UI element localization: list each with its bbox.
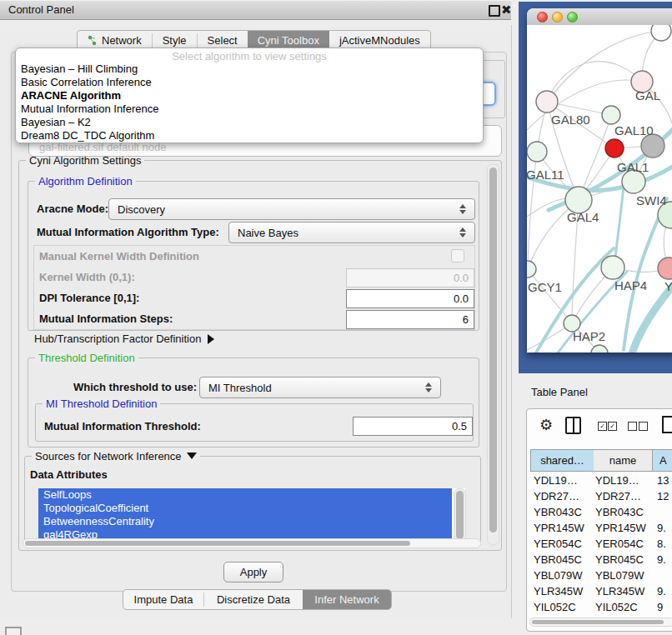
table-cell[interactable]: YLR345W [534,583,583,599]
manual-kernel-checkbox[interactable] [451,249,464,262]
attribute-item-selected[interactable]: TopologicalCoefficient [38,502,452,515]
table-cell[interactable]: YBL079W [595,568,644,583]
table-row[interactable]: YER054CYER054C8. [530,536,672,552]
table-cell[interactable]: YDR27… [534,488,579,504]
network-node[interactable] [658,258,672,279]
network-node[interactable] [641,134,664,158]
table-cell[interactable]: 13 [657,472,669,488]
column-header-name[interactable]: name [594,449,653,472]
table-row[interactable]: YIL052CYIL052C9 [530,599,672,615]
deselect-all-icon[interactable] [628,422,637,431]
stepper-icon [459,228,466,238]
split-columns-icon[interactable] [565,417,581,434]
mi-threshold-field[interactable]: 0.5 [353,417,473,436]
select-all-icon[interactable]: ✓ [598,422,607,431]
network-edge[interactable] [547,62,642,102]
table-cell[interactable]: YDR27… [595,488,641,504]
tab-impute-data[interactable]: Impute Data [123,590,203,609]
network-node[interactable] [602,106,620,124]
algorithm-option[interactable]: Mutual Information Inference [19,102,479,116]
attributes-scrollbar-thumb[interactable] [456,491,464,539]
apply-button[interactable]: Apply [223,562,283,582]
attributes-vertical-scrollbar[interactable] [454,488,466,543]
minimize-window-icon[interactable] [552,12,563,22]
network-node[interactable] [651,25,671,41]
tab-discretize-data[interactable]: Discretize Data [204,590,303,609]
table-horizontal-scrollbar[interactable] [529,618,672,627]
dpi-tolerance-field[interactable]: 0.0 [346,289,474,308]
minimized-panel-fragment[interactable] [5,627,22,635]
table-cell[interactable]: YIL052C [595,599,638,615]
attribute-item-selected[interactable]: BetweennessCentrality [38,515,452,528]
algorithm-option[interactable]: ARACNE Algorithm [19,89,479,102]
algorithm-option[interactable]: Bayesian – K2 [19,116,479,129]
table-row[interactable]: YBR043CYBR043C [530,504,672,520]
settings-vertical-scrollbar[interactable] [487,164,499,545]
mi-algorithm-type-combo[interactable]: Naive Bayes [228,222,475,243]
table-row[interactable]: YBL079WYBL079W [530,568,672,583]
table-cell[interactable]: YLR345W [595,583,644,599]
table-cell[interactable]: YBR045C [595,552,644,568]
column-header-next[interactable]: A [653,449,672,472]
table-row[interactable]: YDR27…YDR27…12 [530,488,672,504]
table-hscrollbar-thumb[interactable] [532,620,664,624]
tab-infer-network[interactable]: Infer Network [303,590,391,609]
table-cell[interactable]: 12 [657,488,669,504]
close-panel-icon[interactable]: ✖ [501,2,512,18]
table-cell[interactable]: 9. [657,583,666,599]
table-cell[interactable]: YPR145W [595,520,646,536]
network-view-window[interactable]: GALGAL80GAL10GAL11GAL1SWI4GAL4GCY1HAP4YH… [527,8,672,352]
document-icon[interactable] [662,416,672,433]
network-node[interactable] [527,142,547,162]
table-cell[interactable]: 9 [657,599,663,615]
settings-scrollbar-thumb[interactable] [489,168,497,532]
hub-definition-expander[interactable]: Hub/Transcription Factor Definition [34,332,214,346]
gear-icon[interactable]: ⚙ [539,418,553,432]
which-threshold-combo[interactable]: MI Threshold [199,377,441,398]
aracne-mode-label: Aracne Mode: [37,202,108,215]
kernel-width-field[interactable]: 0.0 [346,268,474,288]
select-all-icon[interactable]: ✓ [608,422,617,431]
network-node[interactable] [605,139,624,158]
sources-group-title[interactable]: Sources for Network Inference [32,450,200,462]
table-cell[interactable]: YDL19… [534,472,578,488]
zoom-window-icon[interactable] [567,12,578,22]
table-row[interactable]: YBR045CYBR045C9. [530,552,672,568]
column-header-shared-name[interactable]: shared… [530,449,594,472]
mi-steps-field[interactable]: 6 [346,310,474,329]
algorithm-option[interactable]: Bayesian – Hill Climbing [19,62,479,76]
attribute-item-selected[interactable]: SelfLoops [38,488,452,502]
settings-horizontal-scrollbar[interactable] [23,538,481,548]
table-cell[interactable]: YPR145W [534,520,584,536]
table-cell[interactable]: 9. [657,552,666,568]
mi-steps-label: Mutual Information Steps: [39,312,173,325]
algorithm-option[interactable]: Basic Correlation Inference [19,76,479,89]
network-graph[interactable]: GALGAL80GAL10GAL11GAL1SWI4GAL4GCY1HAP4YH… [527,25,672,352]
table-row[interactable]: YPR145WYPR145W9. [530,520,672,536]
algorithm-option[interactable]: Dream8 DC_TDC Algorithm [19,129,479,142]
deselect-all-icon[interactable] [639,422,648,431]
table-cell[interactable]: YER054C [595,536,644,552]
close-window-icon[interactable] [537,12,548,22]
float-panel-icon[interactable] [489,5,500,17]
network-node[interactable] [527,261,536,278]
table-row[interactable]: YLR345WYLR345W9. [530,583,672,599]
settings-hscrollbar-thumb[interactable] [25,541,410,546]
table-cell[interactable]: YBR043C [595,504,644,520]
table-cell[interactable]: 8. [657,536,666,552]
network-node[interactable] [536,91,558,112]
network-node-label: GAL11 [527,168,564,182]
table-cell[interactable]: YBL079W [534,568,583,583]
network-edge[interactable] [528,269,572,323]
table-row[interactable]: YDL19…YDL19…13 [530,472,672,488]
table-cell[interactable]: YBR045C [534,552,582,568]
table-cell[interactable]: 9. [657,520,666,536]
table-cell[interactable]: YDL19… [595,472,639,488]
aracne-mode-combo[interactable]: Discovery [108,198,475,220]
table-cell[interactable]: YBR043C [534,504,582,520]
table-cell[interactable]: YER054C [534,536,582,552]
table-cell[interactable]: YIL052C [534,599,576,615]
network-canvas[interactable]: GALGAL80GAL10GAL11GAL1SWI4GAL4GCY1HAP4YH… [527,25,672,352]
network-window-titlebar[interactable] [527,8,672,26]
network-node[interactable] [601,256,624,279]
